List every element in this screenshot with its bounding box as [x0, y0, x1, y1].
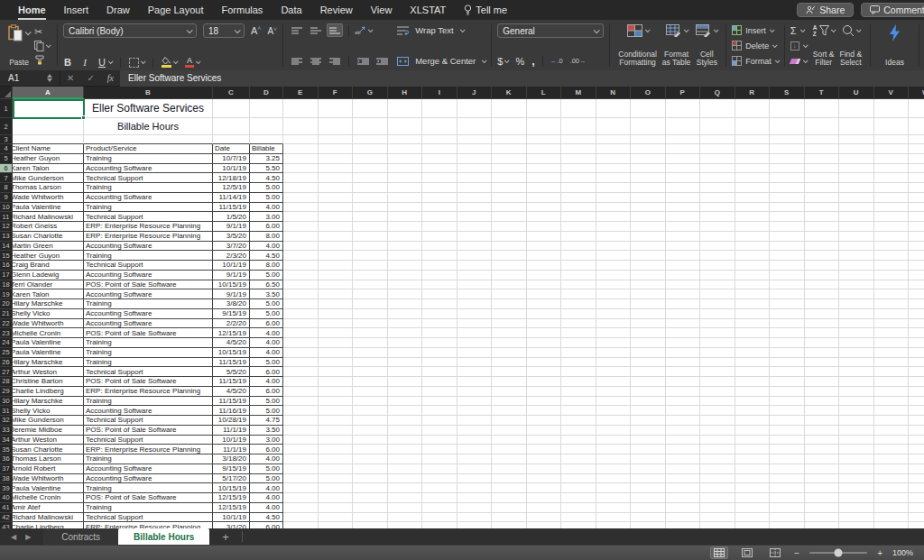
cell[interactable]: 9/1/19: [213, 271, 250, 280]
row-header-12[interactable]: 12: [0, 222, 13, 232]
cell[interactable]: [839, 118, 874, 135]
cell[interactable]: 6.00: [250, 522, 283, 528]
cell[interactable]: POS: Point of Sale Software: [84, 493, 213, 503]
cell[interactable]: [457, 135, 493, 144]
cut-button[interactable]: ✂: [34, 26, 42, 38]
sheet-tab-billable-hours[interactable]: Billable Hours: [118, 528, 209, 545]
cell[interactable]: [492, 203, 527, 213]
cell[interactable]: Michelle Cronin: [13, 493, 84, 503]
cell[interactable]: ERP: Enterprise Resource Planning: [84, 232, 213, 242]
cell[interactable]: Karen Talon: [13, 164, 84, 174]
cell[interactable]: [596, 99, 632, 118]
cell[interactable]: [874, 299, 910, 309]
cell[interactable]: [596, 232, 632, 242]
cancel-icon[interactable]: ✕: [60, 73, 80, 83]
cell[interactable]: [13, 99, 84, 118]
cell[interactable]: Martin Green: [13, 242, 84, 252]
cell[interactable]: 9/1/19: [213, 222, 250, 232]
cell[interactable]: [735, 154, 771, 164]
cell[interactable]: [353, 154, 388, 164]
cell[interactable]: Technical Support: [84, 416, 213, 426]
cell[interactable]: [700, 232, 735, 242]
cell[interactable]: [492, 454, 527, 464]
cell[interactable]: [666, 164, 701, 174]
cell[interactable]: [735, 299, 771, 309]
cell[interactable]: [388, 154, 423, 164]
cell[interactable]: [805, 173, 840, 183]
increase-indent-button[interactable]: [374, 54, 390, 68]
cell[interactable]: Training: [84, 251, 213, 261]
row-header-14[interactable]: 14: [0, 242, 13, 252]
cell[interactable]: [770, 358, 805, 368]
cell[interactable]: [770, 271, 805, 280]
cell[interactable]: [666, 135, 701, 144]
cell[interactable]: [631, 212, 666, 222]
cell[interactable]: [805, 436, 840, 445]
cell[interactable]: [805, 144, 840, 154]
row-header-13[interactable]: 13: [0, 232, 13, 242]
cell[interactable]: Hilary Marschke: [13, 397, 84, 407]
cell[interactable]: [561, 232, 596, 242]
cell[interactable]: [561, 426, 596, 436]
cell[interactable]: [388, 493, 423, 503]
cell[interactable]: ERP: Enterprise Resource Planning: [84, 387, 213, 397]
cell[interactable]: [388, 387, 423, 397]
cell[interactable]: [666, 454, 701, 464]
cell[interactable]: [735, 445, 771, 454]
cell[interactable]: [805, 99, 840, 118]
cell[interactable]: [319, 144, 354, 154]
cell[interactable]: [527, 522, 562, 528]
cell[interactable]: ERP: Enterprise Resource Planning: [84, 445, 213, 454]
cell[interactable]: 3.00: [250, 212, 283, 222]
cell[interactable]: Jeremie Midboe: [13, 426, 84, 436]
cell[interactable]: [561, 193, 596, 203]
cell[interactable]: 12/18/19: [213, 173, 250, 183]
cell[interactable]: [422, 222, 457, 232]
cell[interactable]: Training: [84, 203, 213, 213]
cell[interactable]: [388, 183, 423, 193]
cell[interactable]: [700, 387, 735, 397]
cell[interactable]: 1/5/20: [213, 212, 250, 222]
add-sheet-button[interactable]: +: [209, 528, 242, 545]
cell[interactable]: [353, 135, 388, 144]
cell[interactable]: [839, 289, 874, 299]
cell[interactable]: POS: Point of Sale Software: [84, 328, 213, 338]
cell[interactable]: [283, 232, 319, 242]
cell[interactable]: [457, 406, 493, 416]
cell[interactable]: [213, 118, 250, 135]
row-header-43[interactable]: 43: [0, 522, 13, 528]
cell[interactable]: [909, 513, 924, 523]
cell[interactable]: [492, 377, 527, 387]
cell[interactable]: 11/15/19: [213, 397, 250, 407]
cell[interactable]: [422, 474, 457, 484]
cell[interactable]: Mike Gunderson: [13, 173, 84, 183]
cell[interactable]: Training: [84, 358, 213, 368]
cell[interactable]: [561, 309, 596, 319]
cell[interactable]: [388, 416, 423, 426]
cell[interactable]: [805, 522, 840, 528]
cell[interactable]: [353, 222, 388, 232]
cell[interactable]: [388, 135, 423, 144]
cell[interactable]: [909, 377, 924, 387]
cell[interactable]: [283, 358, 319, 368]
cell[interactable]: [457, 522, 493, 528]
decrease-indent-button[interactable]: [355, 54, 371, 68]
cell[interactable]: [874, 387, 910, 397]
cell[interactable]: [631, 328, 666, 338]
cell[interactable]: [457, 397, 493, 407]
cell[interactable]: Wade Whitworth: [13, 474, 84, 484]
cell[interactable]: 5.00: [250, 358, 283, 368]
cell[interactable]: [909, 164, 924, 174]
cell[interactable]: [596, 436, 632, 445]
cell[interactable]: [353, 173, 388, 183]
cell[interactable]: Accounting Software: [84, 319, 213, 329]
cell[interactable]: Charlie Lindberg: [13, 387, 84, 397]
cell[interactable]: [631, 222, 666, 232]
cell[interactable]: [805, 445, 840, 454]
cell[interactable]: [492, 319, 527, 329]
cell[interactable]: [353, 416, 388, 426]
cell[interactable]: [770, 416, 805, 426]
cell[interactable]: [770, 183, 805, 193]
cell[interactable]: [319, 242, 354, 252]
cell[interactable]: [319, 522, 354, 528]
